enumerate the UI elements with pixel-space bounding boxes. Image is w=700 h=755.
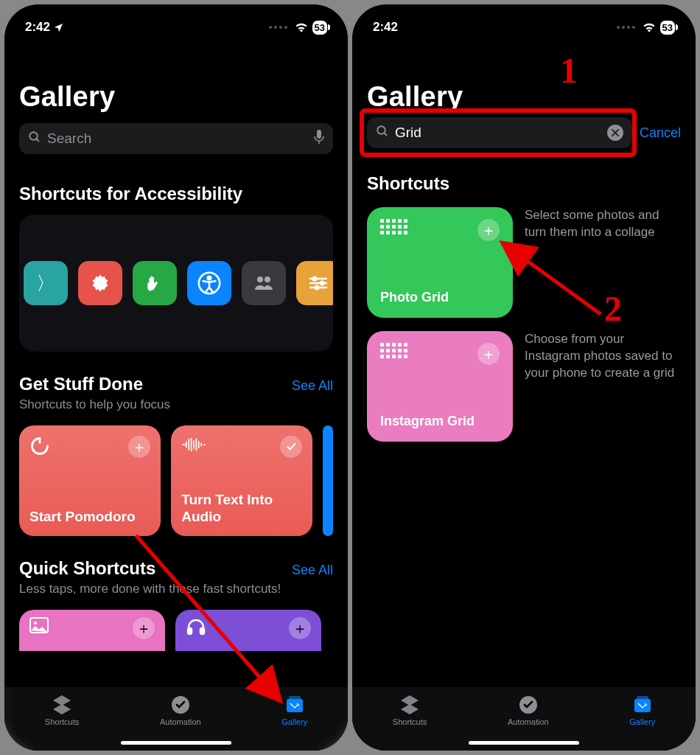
result-label: Instagram Grid	[380, 414, 500, 430]
gallery-icon	[632, 695, 653, 715]
add-icon[interactable]: ＋	[128, 436, 150, 458]
tab-bar: Shortcuts Automation Gallery	[352, 687, 696, 751]
svg-rect-25	[188, 628, 192, 634]
results-title: Shortcuts	[367, 173, 681, 194]
svg-rect-2	[317, 130, 321, 139]
tab-automation[interactable]: Automation	[508, 695, 549, 726]
acc-tile[interactable]: 〉	[24, 261, 68, 305]
section-done-title: Get Stuff Done	[19, 374, 170, 394]
automation-icon	[171, 695, 190, 715]
automation-icon	[519, 695, 538, 715]
add-icon[interactable]: ＋	[289, 617, 311, 639]
svg-rect-29	[289, 696, 301, 700]
svg-point-31	[377, 126, 385, 134]
cellular-dots-icon	[617, 26, 635, 29]
add-icon[interactable]: ＋	[477, 219, 500, 241]
svg-line-32	[384, 133, 387, 136]
wifi-icon	[295, 22, 308, 32]
svg-point-11	[313, 277, 317, 281]
cellular-dots-icon	[269, 26, 287, 29]
headphones-icon	[186, 617, 206, 644]
svg-rect-28	[287, 699, 303, 712]
tab-bar: Shortcuts Automation Gallery	[4, 687, 348, 751]
cancel-button[interactable]: Cancel	[640, 125, 681, 141]
search-icon	[376, 125, 389, 142]
timer-icon	[29, 436, 50, 461]
see-all-link[interactable]: See All	[292, 378, 333, 394]
check-icon	[280, 436, 302, 458]
svg-point-6	[257, 276, 263, 282]
phone-left: 2:42 53 Gallery Search	[4, 4, 348, 751]
acc-tile-medical[interactable]	[78, 261, 122, 305]
search-icon	[28, 131, 41, 147]
card-start-pomodoro[interactable]: ＋ Start Pomodoro	[19, 425, 161, 536]
card-peek[interactable]	[323, 425, 333, 536]
status-time: 2:42	[373, 20, 398, 35]
battery-icon: 53	[660, 21, 675, 35]
status-time: 2:42	[25, 20, 50, 35]
add-icon[interactable]: ＋	[477, 343, 500, 365]
wifi-icon	[643, 22, 656, 32]
svg-point-0	[29, 132, 38, 140]
acc-tile-people[interactable]	[242, 261, 286, 305]
shortcuts-icon	[399, 695, 420, 715]
battery-icon: 53	[312, 21, 327, 35]
result-label: Photo Grid	[380, 290, 500, 306]
mic-icon[interactable]	[314, 130, 324, 148]
section-accessibility-title: Shortcuts for Accessibility	[19, 184, 242, 204]
shortcuts-icon	[52, 695, 72, 715]
tab-shortcuts[interactable]: Shortcuts	[45, 695, 79, 726]
search-value: Grid	[395, 125, 607, 141]
result-desc: Select some photos and turn them into a …	[525, 207, 681, 241]
waveform-icon	[181, 436, 206, 458]
acc-tile-sliders[interactable]	[296, 261, 333, 305]
see-all-link[interactable]: See All	[292, 563, 333, 578]
gallery-icon	[284, 695, 305, 715]
svg-point-7	[265, 276, 270, 282]
tab-gallery[interactable]: Gallery	[281, 695, 307, 726]
page-title: Gallery	[19, 81, 333, 113]
status-bar: 2:42 53	[4, 4, 348, 43]
svg-point-13	[315, 286, 319, 290]
acc-tile-hand[interactable]	[133, 261, 177, 305]
section-done-sub: Shortcuts to help you focus	[19, 397, 170, 412]
clear-icon[interactable]	[607, 125, 623, 141]
status-bar: 2:42 53	[352, 4, 696, 43]
result-photo-grid[interactable]: ＋ Photo Grid	[367, 207, 513, 318]
card-label: Turn Text Into Audio	[181, 492, 302, 526]
quick-card[interactable]: ＋	[19, 610, 165, 651]
result-desc: Choose from your Instagram photos saved …	[525, 331, 681, 382]
acc-tile-accessibility[interactable]	[187, 261, 231, 305]
svg-point-5	[208, 276, 211, 280]
search-input[interactable]: Grid	[367, 117, 632, 148]
svg-rect-34	[634, 699, 651, 712]
card-turn-text-audio[interactable]: Turn Text Into Audio	[171, 425, 312, 536]
section-quick-title: Quick Shortcuts	[19, 558, 281, 579]
svg-rect-35	[637, 696, 648, 700]
result-instagram-grid[interactable]: ＋ Instagram Grid	[367, 331, 513, 442]
add-icon[interactable]: ＋	[133, 617, 155, 639]
home-indicator[interactable]	[469, 741, 579, 745]
page-title: Gallery	[367, 81, 681, 113]
section-quick-sub: Less taps, more done with these fast sho…	[19, 582, 281, 596]
tab-automation[interactable]: Automation	[160, 695, 201, 726]
tab-gallery[interactable]: Gallery	[629, 695, 655, 726]
card-label: Start Pomodoro	[29, 509, 150, 526]
search-placeholder: Search	[47, 131, 314, 147]
location-icon	[53, 22, 64, 33]
image-icon	[29, 617, 49, 644]
quick-card[interactable]: ＋	[175, 610, 321, 651]
phone-right: 2:42 53 Gallery Grid Cancel S	[352, 4, 696, 751]
tab-shortcuts[interactable]: Shortcuts	[393, 695, 427, 726]
svg-line-1	[36, 139, 39, 142]
svg-rect-26	[200, 628, 204, 634]
grid-icon	[380, 343, 407, 358]
search-input[interactable]: Search	[19, 123, 333, 154]
grid-icon	[380, 219, 407, 234]
svg-point-24	[34, 622, 37, 624]
accessibility-card[interactable]: 〉	[19, 215, 333, 352]
svg-point-12	[321, 282, 324, 285]
home-indicator[interactable]	[121, 741, 231, 745]
